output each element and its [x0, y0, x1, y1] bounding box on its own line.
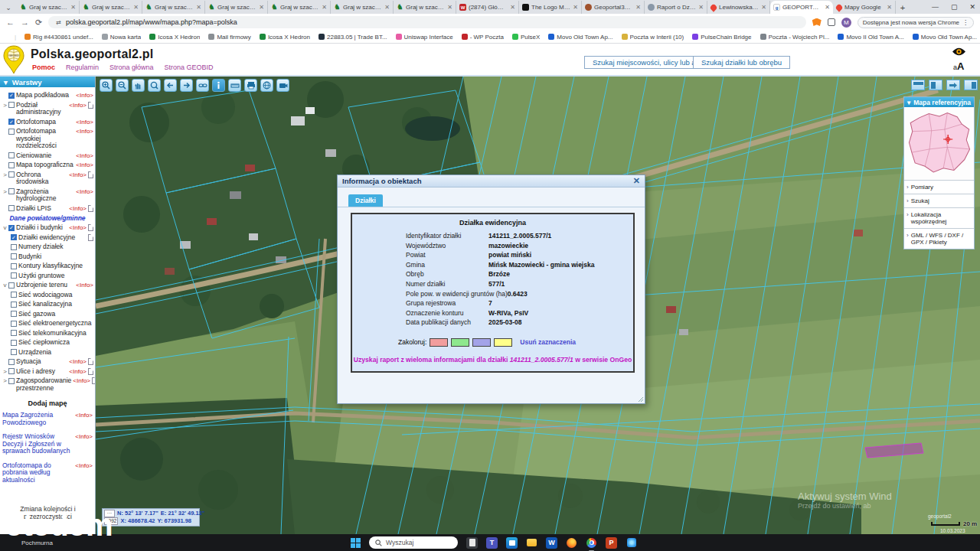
expander-icon[interactable]: v	[2, 282, 8, 289]
swatch-red[interactable]	[430, 338, 448, 347]
expander-icon[interactable]: >	[2, 368, 8, 376]
layer-checkbox[interactable]	[8, 119, 15, 125]
browser-tab[interactable]: ♞Graj w szachy onli✕	[205, 1, 268, 14]
tab-close-icon[interactable]: ✕	[196, 4, 201, 11]
zoom-in-icon[interactable]	[100, 79, 113, 92]
bookmark[interactable]: Poczta w Interii (10)	[622, 34, 684, 41]
kebab-menu-icon[interactable]: ⋮	[962, 19, 969, 26]
link-pomoc[interactable]: Pomoc	[32, 64, 55, 71]
zoom-window-icon[interactable]	[148, 79, 161, 92]
address-bar[interactable]: ⇄ polska.geoportal2.pl/map/www/mapa.php?…	[48, 16, 806, 28]
layer-checkbox[interactable]	[8, 368, 15, 374]
info-link[interactable]: <Info>	[75, 433, 93, 455]
link-regulamin[interactable]: Regulamin	[66, 64, 99, 71]
layer-checkbox[interactable]	[8, 171, 15, 178]
start-button[interactable]	[351, 538, 361, 548]
add-map-link[interactable]: Mapa Zagrożenia Powodziowego<Info>	[2, 412, 93, 426]
tab-search-menu[interactable]: ⌄	[0, 2, 17, 14]
expander-icon[interactable]: >	[2, 377, 8, 385]
browser-tab-active[interactable]: gGEOPORTAL 2✕	[770, 1, 833, 14]
link-strona-glowna[interactable]: Strona główna	[109, 64, 154, 71]
tab-dzialki[interactable]: Działki	[348, 194, 383, 207]
layer-checkbox[interactable]	[11, 263, 17, 269]
tab-close-icon[interactable]: ✕	[322, 4, 327, 11]
doc-icon[interactable]	[92, 377, 96, 384]
browser-tab[interactable]: Lewinowska - M✕	[707, 1, 770, 14]
layers-panel-header[interactable]: ▾ Warstwy	[0, 77, 95, 87]
layer-checkbox[interactable]	[8, 93, 15, 99]
bookmark[interactable]: Icosa X Hedron	[260, 34, 310, 41]
layer-checkbox[interactable]	[8, 205, 15, 211]
link-icon[interactable]	[196, 79, 209, 92]
bookmark[interactable]: - WP Poczta	[462, 34, 504, 41]
browser-tab[interactable]: ♞Graj w szachy onli✕	[394, 1, 456, 14]
browser-tab[interactable]: W(2874) Główne✕	[456, 1, 519, 14]
bookmark[interactable]: PulseChain Bridge	[692, 34, 751, 41]
layer-checkbox[interactable]	[8, 282, 15, 289]
metamask-icon[interactable]	[812, 18, 822, 27]
profile-avatar[interactable]: M	[841, 18, 851, 28]
font-size-toggle[interactable]: aA	[953, 60, 964, 72]
menu-szukaj[interactable]: ›Szukaj	[904, 194, 974, 207]
zoom-out-icon[interactable]	[116, 79, 129, 92]
tab-close-icon[interactable]: ✕	[887, 4, 892, 11]
notebook-app-icon[interactable]	[466, 537, 478, 549]
object-info-dialog[interactable]: Informacja o obiektach ✕ Działki Działka…	[337, 174, 645, 404]
info-link[interactable]: <Info>	[69, 224, 87, 232]
new-tab-button[interactable]: +	[896, 2, 910, 14]
extensions-icon[interactable]	[828, 18, 835, 26]
reload-icon[interactable]: ⟳	[35, 18, 42, 28]
split-view-button[interactable]	[929, 80, 942, 90]
layer-checkbox[interactable]	[11, 302, 17, 308]
tab-close-icon[interactable]: ✕	[635, 4, 641, 11]
info-link[interactable]: <Info>	[76, 119, 93, 126]
add-map-link[interactable]: Rejestr Wniosków Decyzji i Zgłoszeń w sp…	[2, 433, 93, 455]
layer-checkbox[interactable]	[11, 311, 17, 317]
tab-close-icon[interactable]: ✕	[510, 4, 515, 11]
collapse-panel-button[interactable]	[946, 80, 960, 90]
info-link[interactable]: <Info>	[69, 368, 87, 376]
bookmark[interactable]: Movo Old Town Ap...	[913, 34, 977, 41]
browser-tab[interactable]: Mapy Google✕	[833, 1, 896, 14]
resize-handle[interactable]	[636, 395, 643, 402]
layer-checkbox[interactable]	[11, 292, 17, 298]
forward-icon[interactable]: →	[21, 18, 29, 27]
expander-icon[interactable]: >	[2, 102, 8, 109]
bookmark[interactable]: Poczta - Wojciech Pl...	[760, 34, 830, 41]
layer-checkbox[interactable]	[11, 234, 17, 240]
chrome-icon[interactable]	[586, 537, 597, 549]
info-link[interactable]: <Info>	[75, 462, 93, 484]
info-link[interactable]: <Info>	[75, 412, 93, 426]
file-explorer-icon[interactable]	[526, 537, 537, 549]
clear-selection-link[interactable]: Usuń zaznaczenia	[520, 338, 576, 346]
bookmark[interactable]: Icosa X Hedron	[149, 34, 200, 41]
poland-overview-map[interactable]	[904, 107, 974, 180]
teams-icon[interactable]: T	[486, 537, 498, 549]
info-link[interactable]: <Info>	[76, 152, 93, 160]
browser-tab[interactable]: The Logo Maker✕	[519, 1, 582, 14]
tab-close-icon[interactable]: ✕	[259, 4, 264, 11]
layer-checkbox[interactable]	[11, 253, 17, 259]
doc-icon[interactable]	[88, 368, 93, 375]
back-icon[interactable]: ←	[6, 18, 15, 27]
doc-icon[interactable]	[88, 171, 93, 178]
dialog-title-bar[interactable]: Informacja o obiektach ✕	[338, 175, 645, 187]
browser-tab[interactable]: ♞Graj w szachy onli✕	[80, 1, 142, 14]
browser-tab[interactable]: ♞Graj w szachy onli✕	[17, 1, 80, 14]
photos-icon[interactable]	[626, 537, 637, 549]
swatch-yellow[interactable]	[494, 338, 512, 347]
expander-icon[interactable]: >	[2, 171, 8, 179]
info-link[interactable]: <Info>	[76, 92, 93, 99]
layer-checkbox[interactable]	[8, 225, 15, 231]
store-icon[interactable]	[506, 537, 518, 549]
geobid-logo[interactable]: GEOBID	[2, 45, 25, 74]
pan-hand-icon[interactable]	[132, 79, 145, 92]
browser-tab[interactable]: ♞Graj w szachy onli✕	[268, 1, 331, 14]
browser-tab[interactable]: Raport o Działce✕	[645, 1, 707, 14]
layer-checkbox[interactable]	[11, 272, 17, 279]
print-icon[interactable]	[244, 79, 257, 92]
add-map-link[interactable]: Ortofotomapa do pobrania według aktualno…	[2, 462, 93, 484]
doc-icon[interactable]	[88, 224, 93, 231]
info-link[interactable]: <Info>	[69, 171, 87, 179]
layer-checkbox[interactable]	[8, 378, 15, 384]
